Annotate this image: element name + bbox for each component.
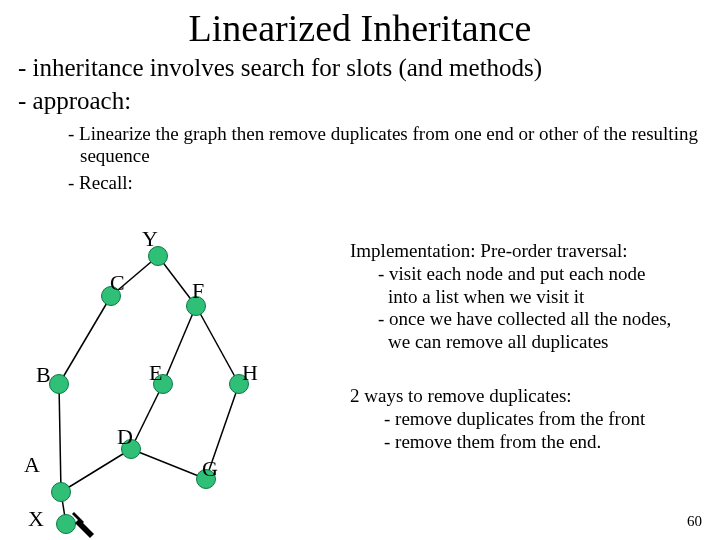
label-h: H [242, 360, 258, 386]
implementation-block: Implementation: Pre-order traversal: - v… [350, 240, 705, 354]
arrow-icon [72, 512, 102, 538]
subbullet-linearize: - Linearize the graph then remove duplic… [68, 123, 720, 169]
page-title: Linearized Inheritance [0, 6, 720, 50]
label-d: D [117, 424, 133, 450]
bullet-approach: - approach: [18, 85, 720, 116]
label-f: F [192, 278, 204, 304]
svg-line-5 [59, 384, 61, 492]
impl-line1: - visit each node and put each node [350, 263, 705, 286]
subbullet-recall: - Recall: [68, 172, 720, 195]
impl-line1b: into a list when we visit it [350, 286, 705, 309]
impl-line2: - once we have collected all the nodes, [350, 308, 705, 331]
svg-line-3 [163, 306, 196, 384]
page-number: 60 [687, 513, 702, 530]
label-y: Y [142, 226, 158, 252]
node-a [51, 482, 71, 502]
inheritance-graph: Y C F B E H D A G X [24, 234, 324, 534]
label-e: E [149, 360, 162, 386]
impl-line2b: we can remove all duplicates [350, 331, 705, 354]
svg-line-2 [59, 296, 111, 384]
node-b [49, 374, 69, 394]
label-x: X [28, 506, 44, 532]
ways-line2: - remove them from the end. [350, 431, 705, 454]
impl-head: Implementation: Pre-order traversal: [350, 240, 705, 263]
label-c: C [110, 270, 125, 296]
ways-line1: - remove duplicates from the front [350, 408, 705, 431]
label-g: G [202, 456, 218, 482]
svg-line-8 [61, 449, 131, 492]
svg-line-9 [131, 449, 206, 479]
ways-head: 2 ways to remove duplicates: [350, 385, 705, 408]
label-a: A [24, 452, 40, 478]
bullet-inheritance: - inheritance involves search for slots … [18, 52, 720, 83]
svg-line-4 [196, 306, 239, 384]
ways-block: 2 ways to remove duplicates: - remove du… [350, 385, 705, 453]
label-b: B [36, 362, 51, 388]
svg-marker-12 [75, 519, 94, 538]
